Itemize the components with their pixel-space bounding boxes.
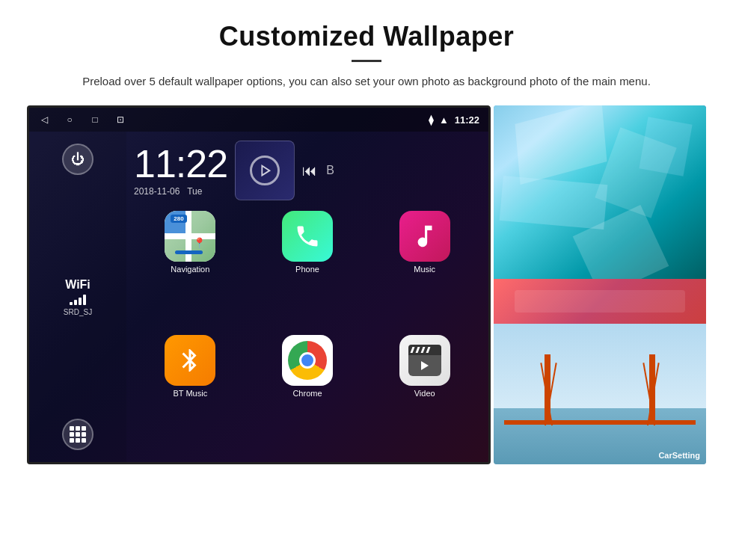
- app-phone[interactable]: Phone: [251, 211, 364, 330]
- music-app-icon: [399, 211, 450, 262]
- video-icon: [399, 335, 450, 386]
- signal-icon: ▲: [439, 114, 449, 126]
- app-music[interactable]: Music: [368, 211, 481, 330]
- screenshot-wrapper: ◁ ○ □ ⊡ ⧫ ▲ 11:22 ⏻ WiFi: [27, 105, 706, 464]
- wifi-ssid: SRD_SJ: [64, 308, 92, 316]
- recents-icon: □: [89, 114, 101, 126]
- left-sidebar: ⏻ WiFi SRD_SJ: [29, 132, 126, 462]
- status-right-icons: ⧫ ▲ 11:22: [429, 114, 479, 126]
- nav-pin: 📍: [193, 237, 206, 249]
- wifi-bar-1: [70, 302, 73, 305]
- navigation-icon: 280 📍: [165, 211, 215, 262]
- chrome-label: Chrome: [292, 389, 322, 398]
- status-time: 11:22: [455, 114, 479, 126]
- carsetting-label: CarSetting: [658, 451, 700, 460]
- prev-track-button[interactable]: ⏮: [302, 162, 317, 179]
- phone-label: Phone: [295, 265, 319, 274]
- bt-music-label: BT Music: [174, 389, 208, 398]
- music-icon: [250, 156, 280, 185]
- power-button[interactable]: ⏻: [62, 144, 93, 175]
- page-header: Customized Wallpaper Preload over 5 defa…: [0, 0, 733, 105]
- music-label: Music: [414, 265, 435, 274]
- clock-area: 11:22 2018-11-06 Tue: [126, 132, 488, 206]
- wifi-label: WiFi: [64, 278, 92, 292]
- wifi-bar-2: [74, 300, 77, 305]
- chrome-icon: [282, 335, 333, 386]
- app-grid: 280 📍 Navigation: [126, 206, 488, 462]
- title-divider: [352, 60, 381, 62]
- page-description: Preload over 5 default wallpaper options…: [60, 73, 673, 90]
- navigation-label: Navigation: [171, 265, 209, 274]
- clock-display: 11:22 2018-11-06 Tue: [134, 144, 227, 197]
- nav-badge: 280: [171, 215, 186, 223]
- wifi-bar-4: [83, 295, 86, 305]
- wifi-info: WiFi SRD_SJ: [64, 278, 92, 316]
- clock-time: 11:22: [134, 144, 227, 183]
- wifi-bar-3: [79, 298, 82, 305]
- center-content: 11:22 2018-11-06 Tue: [126, 132, 488, 462]
- back-icon: ◁: [38, 114, 50, 126]
- status-bar: ◁ ○ □ ⊡ ⧫ ▲ 11:22: [29, 108, 488, 132]
- music-widget[interactable]: [235, 141, 295, 200]
- bt-icon: [165, 335, 215, 386]
- bluetooth-icon: B: [326, 164, 334, 177]
- app-bt-music[interactable]: BT Music: [134, 335, 247, 455]
- app-video[interactable]: Video: [368, 335, 481, 455]
- android-screen: ◁ ○ □ ⊡ ⧫ ▲ 11:22 ⏻ WiFi: [27, 105, 491, 464]
- phone-icon: [282, 211, 333, 262]
- home-icon: ○: [64, 114, 76, 126]
- page-title: Customized Wallpaper: [60, 21, 673, 52]
- app-navigation[interactable]: 280 📍 Navigation: [134, 211, 247, 330]
- android-main: ⏻ WiFi SRD_SJ: [29, 132, 488, 462]
- status-nav-icons: ◁ ○ □ ⊡: [38, 114, 126, 126]
- wallpaper-ice[interactable]: [494, 105, 706, 279]
- wallpaper-panels: CarSetting: [494, 105, 706, 464]
- location-icon: ⧫: [429, 114, 433, 126]
- screenshot-icon: ⊡: [114, 114, 126, 126]
- app-chrome[interactable]: Chrome: [251, 335, 364, 455]
- play-icon: [421, 361, 429, 370]
- media-controls: ⏮ B: [302, 162, 334, 179]
- wallpaper-mid[interactable]: [494, 279, 706, 324]
- clock-date: 2018-11-06 Tue: [134, 186, 227, 197]
- app-drawer-button[interactable]: [62, 419, 93, 450]
- grid-icon: [70, 426, 86, 443]
- wifi-bars: [64, 295, 92, 305]
- video-label: Video: [414, 389, 435, 398]
- wallpaper-bridge[interactable]: CarSetting: [494, 324, 706, 464]
